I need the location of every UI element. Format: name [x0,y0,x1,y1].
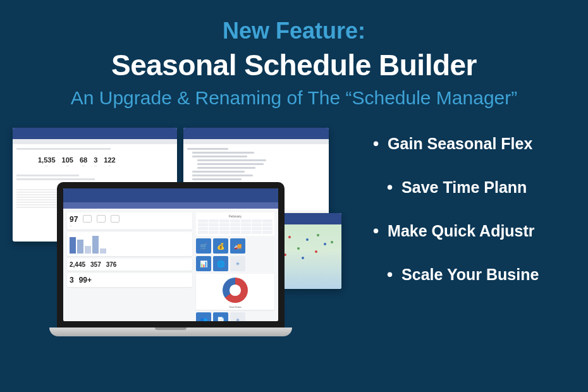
kicker-text: New Feature: [0,18,588,44]
dash-stat: 376 [106,261,117,268]
stat-value: 1,535 [38,156,56,164]
mockup-laptop: 97— [57,182,285,336]
dash-stat: 2,445 [70,261,85,268]
tile-icon: 👥 [196,312,211,321]
tile-icon: 🛒 [196,238,211,254]
tile-icon: 📊 [196,256,211,271]
subtitle-text: An Upgrade & Renaming of The “Schedule M… [0,87,588,109]
bullet-item: Scale Your Busine [373,265,575,285]
dash-stat: 3 [70,276,74,285]
tile-icon: 🚚 [230,238,245,254]
stat-value: 3 [94,156,97,164]
stat-value: 105 [62,156,73,164]
bullet-item: Gain Seasonal Flex [373,134,575,154]
dash-stat: 357 [90,261,101,268]
dashboard-header [63,188,278,202]
stat-value: 122 [104,156,115,164]
tile-icon: ＋ [230,312,245,321]
dash-stat: 97 [70,215,78,224]
bullet-item: Save Time Plann [373,178,575,197]
tile-icon: 🌐 [213,256,228,271]
bullet-item: Make Quick Adjustr [373,221,575,241]
mini-calendar: February [196,212,274,236]
tile-icon: 💰 [213,238,228,254]
main-title: Seasonal Schedule Builder [0,48,588,82]
tile-icon: 📄 [213,312,228,321]
stat-value: 68 [80,156,87,164]
donut-chart [223,278,248,303]
tile-icon: ＋ [230,256,245,271]
feature-bullets: Gain Seasonal Flex Save Time Plann Make … [341,128,575,336]
product-mockup: 1,535— 105— 68— 3— 122— [13,128,341,336]
dash-stat: 99+ [79,276,92,285]
